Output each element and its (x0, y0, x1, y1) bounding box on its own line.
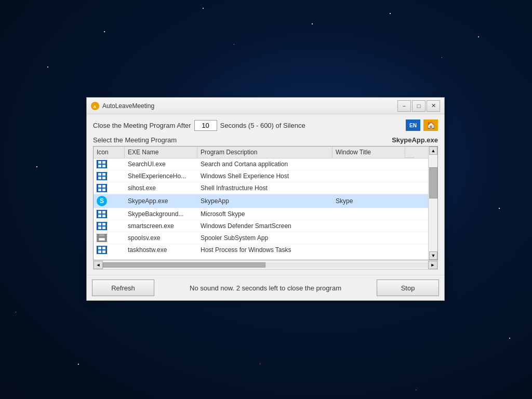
svg-rect-34 (102, 250, 105, 253)
app-icon: A (91, 102, 99, 110)
table-cell-exe: SkypeApp.exe (125, 194, 197, 208)
table-cell-icon (94, 244, 125, 255)
table-cell-icon (94, 170, 125, 182)
table-cell-exe: ShellExperienceHo... (125, 170, 197, 182)
table-cell-window-title: Skype (332, 194, 405, 208)
table-cell-description: SkypeApp (197, 194, 332, 208)
bottom-bar: Refresh No sound now. 2 seconds left to … (87, 275, 444, 300)
table-row[interactable]: SkypeBackground...Microsoft Skype (94, 208, 437, 220)
table-row[interactable]: SSkypeApp.exeSkypeAppSkype (94, 194, 437, 208)
app-icon (97, 172, 107, 180)
table-cell-window-title (332, 220, 405, 232)
table-cell-window-title (332, 182, 405, 194)
table-cell-window-title (332, 208, 405, 220)
select-program-label: Select the Meeting Program (93, 136, 177, 144)
col-window-title: Window Title (332, 147, 405, 158)
seconds-input[interactable] (194, 120, 217, 131)
svg-rect-11 (102, 177, 105, 179)
svg-rect-23 (98, 223, 101, 225)
app-icon (97, 210, 107, 218)
svg-rect-14 (102, 185, 105, 188)
table-cell-exe: SkypeBackground... (125, 208, 197, 220)
svg-rect-5 (98, 165, 101, 167)
col-exe: EXE Name (125, 147, 197, 158)
table-cell-exe: smartscreen.exe (125, 220, 197, 232)
svg-rect-24 (102, 223, 105, 225)
table-cell-window-title (332, 232, 405, 244)
table-cell-icon (94, 232, 125, 244)
table-cell-description: Host Process for Windows Tasks (197, 244, 332, 255)
scroll-left-arrow[interactable]: ◄ (94, 261, 103, 269)
table-row[interactable]: SearchUI.exeSearch and Cortana applicati… (94, 158, 437, 170)
svg-rect-15 (98, 189, 101, 191)
table-cell-exe: spoolsv.exe (125, 232, 197, 244)
scroll-up-arrow[interactable]: ▲ (429, 147, 437, 155)
svg-rect-10 (98, 177, 101, 179)
table-cell-description: Windows Shell Experience Host (197, 170, 332, 182)
table-cell-icon (94, 182, 125, 194)
scroll-thumb[interactable] (429, 167, 437, 198)
table-row[interactable]: spoolsv.exeSpooler SubSystem App (94, 232, 437, 244)
spooler-icon (97, 234, 107, 242)
svg-rect-9 (102, 173, 105, 176)
svg-rect-13 (98, 185, 101, 188)
table-cell-exe: SearchUI.exe (125, 158, 197, 170)
svg-rect-28 (99, 234, 104, 236)
table-cell-description: Search and Cortana application (197, 158, 332, 170)
svg-rect-6 (102, 165, 105, 167)
svg-rect-19 (102, 211, 105, 214)
h-scroll-track[interactable] (103, 262, 428, 268)
table-cell-description: Microsoft Skype (197, 208, 332, 220)
minimize-button[interactable]: − (397, 100, 411, 112)
h-scroll-thumb[interactable] (103, 262, 265, 268)
scroll-down-arrow[interactable]: ▼ (429, 251, 437, 260)
home-button[interactable]: 🏠 (423, 119, 438, 131)
app-icon (97, 222, 107, 230)
window-controls: − □ ✕ (397, 100, 440, 112)
app-icon (97, 246, 107, 254)
table-row[interactable]: smartscreen.exeWindows Defender SmartScr… (94, 220, 437, 232)
table-cell-description: Spooler SubSystem App (197, 232, 332, 244)
table-row[interactable]: sihost.exeShell Infrastructure Host (94, 182, 437, 194)
selected-program-name: SkypeApp.exe (392, 136, 438, 144)
main-window: A AutoLeaveMeeting − □ ✕ Close the Meeti… (86, 97, 445, 301)
svg-rect-18 (98, 211, 101, 214)
close-button[interactable]: ✕ (427, 100, 440, 112)
vertical-scrollbar[interactable]: ▲ ▼ (428, 147, 437, 260)
svg-rect-20 (98, 215, 101, 217)
svg-rect-32 (102, 247, 105, 249)
seconds-unit-label: Seconds (5 - 600) of Silence (220, 122, 305, 129)
svg-rect-8 (98, 173, 101, 176)
language-button[interactable]: EN (406, 119, 420, 131)
table-row[interactable]: taskhostw.exeHost Process for Windows Ta… (94, 244, 437, 255)
maximize-button[interactable]: □ (412, 100, 425, 112)
close-after-label: Close the Meeting Program After (93, 122, 191, 129)
refresh-button[interactable]: Refresh (92, 280, 154, 296)
program-table: Icon EXE Name Program Description Window… (93, 146, 438, 260)
table-cell-window-title (332, 170, 405, 182)
svg-rect-16 (102, 189, 105, 191)
table-row[interactable]: ShellExperienceHo...Windows Shell Experi… (94, 170, 437, 182)
horizontal-scrollbar[interactable]: ◄ ► (93, 260, 438, 270)
app-icon (97, 160, 107, 168)
table-cell-window-title (332, 244, 405, 255)
svg-rect-25 (98, 227, 101, 229)
table-cell-exe: taskhostw.exe (125, 244, 197, 255)
svg-rect-21 (102, 215, 105, 217)
app-icon (97, 184, 107, 192)
status-text: No sound now. 2 seconds left to close th… (159, 284, 371, 292)
stop-button[interactable]: Stop (377, 280, 439, 296)
table-cell-exe: sihost.exe (125, 182, 197, 194)
table-body: SearchUI.exeSearch and Cortana applicati… (94, 158, 437, 255)
svg-rect-31 (98, 247, 101, 249)
svg-text:A: A (94, 104, 97, 109)
home-icon: 🏠 (427, 121, 435, 129)
svg-rect-4 (102, 161, 105, 164)
table-cell-icon: S (94, 194, 125, 208)
col-description: Program Description (197, 147, 332, 158)
window-title: AutoLeaveMeeting (102, 102, 397, 110)
table-cell-icon (94, 220, 125, 232)
scroll-right-arrow[interactable]: ► (428, 261, 437, 269)
svg-rect-3 (98, 161, 101, 164)
svg-rect-29 (99, 238, 105, 241)
